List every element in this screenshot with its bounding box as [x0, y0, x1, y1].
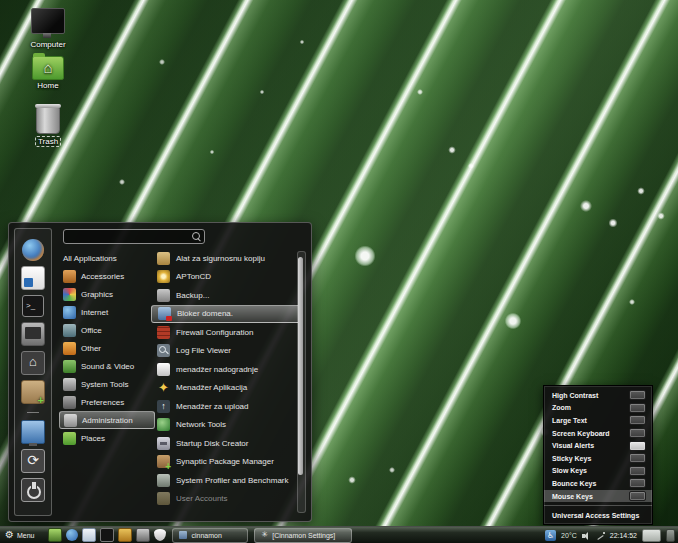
firewall-icon [157, 326, 170, 339]
app-item-upload-manager[interactable]: ↑Menadžer za upload [151, 397, 301, 416]
app-manager-star-icon: ✦ [157, 381, 170, 394]
synaptic-icon [157, 455, 170, 468]
gear-icon: ⚙ [5, 530, 14, 540]
profiler-icon [157, 474, 170, 487]
category-other[interactable]: Other [59, 339, 155, 357]
category-sound-video[interactable]: Sound & Video [59, 357, 155, 375]
desktop-icon-label: Trash [35, 136, 61, 147]
home-dark-icon[interactable]: ⌂ [21, 351, 45, 375]
show-desktop-icon[interactable] [48, 528, 62, 542]
trash-icon [36, 106, 60, 134]
application-list: Alat za sigurnosnu kopiju APTonCD Backup… [151, 249, 301, 508]
app-item-startup-disk[interactable]: Startup Disk Creator [151, 434, 301, 453]
app-list-scrollbar[interactable] [297, 251, 306, 513]
desktop-icon-home[interactable]: ⌂ Home [16, 56, 80, 90]
a11y-item-high-contrast[interactable]: High Contrast [544, 389, 652, 402]
bottom-panel: ⚙ Menu cinnamon ✳ [Cinnamon Settings] ♿ … [0, 526, 678, 543]
category-all-applications[interactable]: All Applications [59, 249, 155, 267]
volume-icon[interactable] [582, 531, 591, 540]
category-accessories[interactable]: Accessories [59, 267, 155, 285]
sticky-keys-toggle[interactable] [629, 453, 646, 463]
category-internet[interactable]: Internet [59, 303, 155, 321]
menu-favorites-sidebar: >_ ⌂ ⟳ [14, 228, 52, 516]
places-icon [63, 432, 76, 445]
bounce-keys-toggle[interactable] [629, 478, 646, 488]
app-item-app-manager[interactable]: ✦Menadžer Aplikacija [151, 379, 301, 398]
domain-blocker-icon [158, 307, 171, 320]
system-tools-icon [63, 378, 76, 391]
taskbar-window-cinnamon[interactable]: cinnamon [172, 528, 248, 543]
app-item-backup-tool[interactable]: Alat za sigurnosnu kopiju [151, 249, 301, 268]
accessibility-icon[interactable]: ♿ [545, 530, 556, 541]
high-contrast-toggle[interactable] [629, 390, 646, 400]
app-item-update-manager[interactable]: menadžer nadogradnje [151, 360, 301, 379]
a11y-item-large-text[interactable]: Large Text [544, 414, 652, 427]
desktop-icon-label: Home [16, 81, 80, 90]
mouse-keys-toggle[interactable] [629, 491, 646, 501]
a11y-item-visual-alerts[interactable]: Visual Alerts [544, 439, 652, 452]
notifications-box[interactable] [666, 529, 675, 542]
category-system-tools[interactable]: System Tools [59, 375, 155, 393]
firefox-icon[interactable] [66, 529, 78, 541]
screenshot-icon[interactable] [136, 528, 150, 542]
category-administration[interactable]: Administration [59, 411, 155, 429]
app-item-domain-blocker[interactable]: Bloker domena. [151, 305, 301, 324]
universal-access-menu: High Contrast Zoom Large Text Screen Key… [543, 385, 653, 525]
category-places[interactable]: Places [59, 429, 155, 447]
category-list: All Applications Accessories Graphics In… [59, 249, 155, 447]
menu-search-input[interactable] [63, 229, 205, 244]
slow-keys-toggle[interactable] [629, 466, 646, 476]
document-icon[interactable] [82, 528, 96, 542]
scrollbar-thumb[interactable] [298, 257, 303, 475]
taskbar-window-cinnamon-settings[interactable]: ✳ [Cinnamon Settings] [254, 528, 352, 543]
logout-refresh-icon[interactable]: ⟳ [21, 449, 45, 473]
category-office[interactable]: Office [59, 321, 155, 339]
large-text-toggle[interactable] [629, 415, 646, 425]
home-folder-icon: ⌂ [32, 56, 64, 80]
file-manager-icon[interactable] [118, 528, 132, 542]
user-accounts-icon [157, 492, 170, 505]
visual-alerts-toggle[interactable] [629, 441, 646, 451]
update-shield-icon[interactable] [154, 529, 166, 541]
preferences-icon [63, 396, 76, 409]
firefox-icon[interactable] [22, 239, 44, 261]
app-item-backup[interactable]: Backup... [151, 286, 301, 305]
menu-button[interactable]: ⚙ Menu [0, 527, 42, 543]
a11y-item-sticky-keys[interactable]: Sticky Keys [544, 452, 652, 465]
a11y-item-slow-keys[interactable]: Slow Keys [544, 465, 652, 478]
settings-gear-icon: ✳ [261, 531, 268, 539]
computer-box-icon[interactable] [21, 322, 45, 346]
show-desktop-box[interactable] [642, 529, 661, 542]
app-item-user-accounts[interactable]: User Accounts [151, 490, 301, 509]
app-item-network-tools[interactable]: Network Tools [151, 416, 301, 435]
a11y-item-zoom[interactable]: Zoom [544, 402, 652, 415]
category-preferences[interactable]: Preferences [59, 393, 155, 411]
computer-icon [31, 8, 65, 34]
category-graphics[interactable]: Graphics [59, 285, 155, 303]
network-icon[interactable] [596, 531, 605, 540]
desktop-icon-trash[interactable]: Trash [16, 106, 80, 146]
terminal-icon[interactable]: >_ [22, 295, 44, 317]
internet-icon [63, 306, 76, 319]
desktop-icon-computer[interactable]: Computer [16, 8, 80, 49]
terminal-icon[interactable] [100, 528, 114, 542]
app-item-log-viewer[interactable]: Log File Viewer [151, 342, 301, 361]
app-item-profiler[interactable]: System Profiler and Benchmark [151, 471, 301, 490]
a11y-item-bounce-keys[interactable]: Bounce Keys [544, 477, 652, 490]
aptoncd-icon [157, 270, 170, 283]
app-item-aptoncd[interactable]: APTonCD [151, 268, 301, 287]
universal-access-settings-item[interactable]: Universal Access Settings [544, 506, 652, 524]
app-item-synaptic[interactable]: Synaptic Package Manager [151, 453, 301, 472]
app-item-firewall[interactable]: Firewall Configuration [151, 323, 301, 342]
a11y-item-screen-keyboard[interactable]: Screen Keyboard [544, 427, 652, 440]
screen-keyboard-toggle[interactable] [629, 428, 646, 438]
displays-icon[interactable] [21, 420, 45, 444]
startup-disk-icon [157, 437, 170, 450]
zoom-toggle[interactable] [629, 403, 646, 413]
log-viewer-icon [157, 344, 170, 357]
a11y-item-mouse-keys[interactable]: Mouse Keys [544, 490, 652, 503]
software-manager-icon[interactable] [21, 380, 45, 404]
writer-document-icon[interactable] [21, 266, 45, 290]
shutdown-icon[interactable] [21, 478, 45, 502]
clock[interactable]: 22:14:52 [610, 532, 637, 539]
